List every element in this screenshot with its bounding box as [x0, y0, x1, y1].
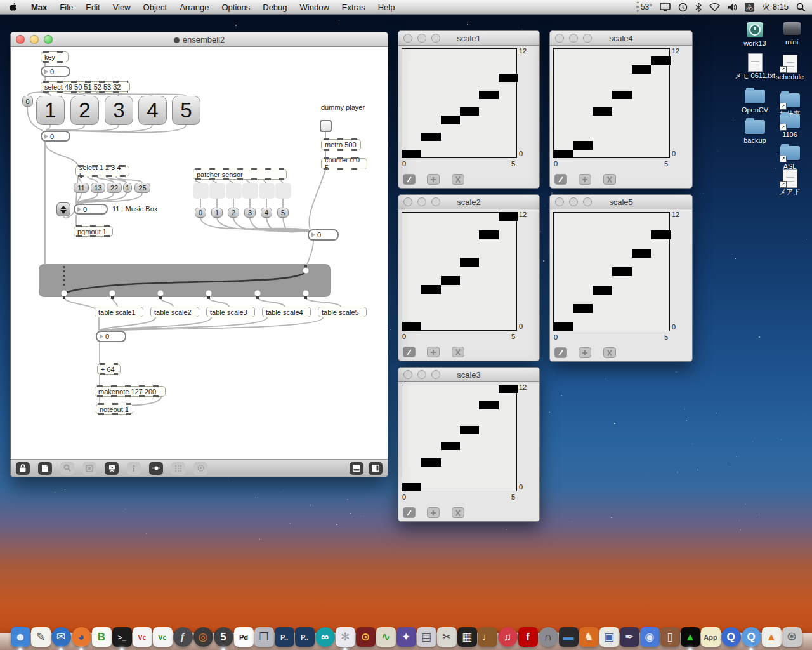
- zero-message[interactable]: 0: [22, 96, 33, 107]
- program-message-25[interactable]: 25: [134, 183, 150, 193]
- pencil-tool-button[interactable]: [403, 347, 416, 357]
- vnc-viewer-2-icon[interactable]: Vc: [153, 627, 173, 647]
- flash-icon[interactable]: f: [518, 627, 538, 647]
- new-object-icon[interactable]: [38, 462, 52, 475]
- trash-icon[interactable]: ♼: [782, 627, 802, 647]
- select-scenes-object[interactable]: select 1 2 3 4 5: [75, 166, 129, 176]
- routing-switch-object[interactable]: [39, 264, 331, 297]
- desktop-icon-10[interactable]: ↗メアド: [769, 169, 810, 196]
- add-point-button[interactable]: [579, 174, 591, 185]
- desktop-icon-2[interactable]: mini: [771, 20, 812, 46]
- menu-view[interactable]: View: [107, 0, 137, 14]
- select-keys-object[interactable]: select 49 50 51 52 53 32: [41, 81, 130, 92]
- select-tool-button[interactable]: [452, 174, 464, 185]
- table-editor-canvas[interactable]: [402, 385, 517, 491]
- table-bar[interactable]: [441, 442, 460, 450]
- menu-options[interactable]: Options: [215, 0, 256, 14]
- scene-button-4[interactable]: 4: [138, 96, 167, 125]
- table-scale4-object[interactable]: table scale4: [262, 307, 311, 317]
- sensor-message-0[interactable]: 0: [195, 208, 206, 218]
- sensor-bang-0[interactable]: [194, 184, 207, 197]
- table-bar[interactable]: [499, 74, 518, 82]
- table-bar[interactable]: [593, 286, 612, 295]
- scale-title-bar[interactable]: scale3: [398, 368, 539, 382]
- photos-app-icon[interactable]: ▣: [599, 627, 619, 647]
- camouflage-app-icon[interactable]: ◎: [193, 627, 213, 647]
- table-editor-canvas[interactable]: [402, 48, 517, 158]
- presentation-mode-icon[interactable]: [105, 462, 119, 475]
- program-message-13[interactable]: 13: [91, 183, 105, 193]
- firefox-icon[interactable]: ◕: [72, 627, 91, 647]
- pgmout-object[interactable]: pgmout 1: [74, 226, 113, 237]
- table-scale5-object[interactable]: table scale5: [318, 307, 367, 317]
- table-bar[interactable]: [402, 150, 421, 158]
- pencil-tool-button[interactable]: [554, 174, 567, 185]
- windmill-app-icon[interactable]: ✻: [336, 627, 355, 647]
- program-message-1[interactable]: 1: [123, 183, 132, 193]
- grid-icon[interactable]: [171, 462, 185, 475]
- counter-object[interactable]: counter 0 0 5: [321, 158, 367, 169]
- scale-title-bar[interactable]: scale4: [550, 31, 692, 46]
- volume-icon[interactable]: [728, 3, 737, 11]
- table-bar[interactable]: [460, 107, 479, 116]
- menu-edit[interactable]: Edit: [79, 0, 106, 14]
- table-bar[interactable]: [593, 107, 612, 116]
- table-scale1-object[interactable]: table scale1: [95, 307, 143, 317]
- gauge-app-icon[interactable]: ⊙: [356, 627, 376, 647]
- sensor-message-5[interactable]: 5: [277, 208, 289, 218]
- table-bar[interactable]: [421, 133, 440, 141]
- spectrum-analyzer-icon[interactable]: ▲: [681, 627, 700, 647]
- fox-app-icon[interactable]: ♞: [579, 627, 599, 647]
- plus-object[interactable]: + 64: [97, 364, 121, 375]
- table-bar[interactable]: [612, 91, 632, 99]
- pencil-tool-button[interactable]: [554, 347, 567, 358]
- scene-button-2[interactable]: 2: [70, 96, 99, 125]
- clip-app-icon[interactable]: ✂: [437, 627, 457, 647]
- table-bar[interactable]: [499, 212, 518, 221]
- display-icon[interactable]: [660, 3, 671, 11]
- noteout-object[interactable]: noteout 1: [96, 404, 133, 415]
- table-bar[interactable]: [479, 401, 498, 409]
- sensor-message-1[interactable]: 1: [211, 208, 223, 218]
- apple-menu[interactable]: [0, 0, 25, 14]
- key-number-box[interactable]: 0: [41, 66, 70, 77]
- midi-keyboard-app-icon[interactable]: ▦: [457, 627, 477, 647]
- processing-icon[interactable]: P..: [275, 627, 294, 647]
- scene-button-1[interactable]: 1: [36, 96, 65, 125]
- table-bar[interactable]: [499, 385, 518, 393]
- delete-icon[interactable]: [82, 462, 96, 475]
- garageband-icon[interactable]: ♩: [478, 627, 497, 647]
- time-machine-icon[interactable]: [678, 3, 688, 12]
- cube-app-icon[interactable]: ❒: [254, 627, 274, 647]
- menu-help[interactable]: Help: [372, 0, 402, 14]
- add-point-button[interactable]: [427, 174, 440, 185]
- program-message-22[interactable]: 22: [107, 183, 122, 193]
- settings-dial-icon[interactable]: [193, 462, 207, 475]
- table-bar[interactable]: [402, 483, 421, 491]
- table-bar[interactable]: [441, 276, 460, 285]
- table-bar[interactable]: [612, 267, 632, 276]
- lock-icon[interactable]: [16, 462, 30, 475]
- desktop-icon-9[interactable]: ↗ASL: [769, 144, 810, 170]
- makenote-object[interactable]: makenote 127 200: [95, 386, 166, 397]
- table-bar[interactable]: [554, 322, 573, 331]
- table-bar[interactable]: [651, 230, 671, 239]
- sensor-message-2[interactable]: 2: [228, 208, 239, 218]
- increment-arrow-icon[interactable]: [60, 206, 67, 209]
- table-bar[interactable]: [573, 141, 593, 149]
- table-bar[interactable]: [421, 285, 440, 294]
- pencil-tool-button[interactable]: [403, 174, 416, 185]
- note-number-box[interactable]: 0: [96, 331, 126, 342]
- max-5-icon[interactable]: 5: [214, 627, 233, 647]
- patcher-sensor-object[interactable]: patcher sensor: [193, 169, 287, 180]
- step-number-box[interactable]: 0: [308, 229, 339, 241]
- app-note-icon[interactable]: App: [701, 627, 721, 647]
- wand-app-icon[interactable]: ✦: [396, 627, 416, 647]
- itunes-icon[interactable]: ♫: [498, 627, 518, 647]
- desktop-icon-8[interactable]: ↗1106: [769, 112, 810, 138]
- zoom-tool-icon[interactable]: [60, 462, 74, 475]
- finder-icon[interactable]: ☻: [11, 627, 30, 647]
- scene-button-5[interactable]: 5: [172, 96, 200, 125]
- blue-rings-app-icon[interactable]: ◉: [640, 627, 660, 647]
- table-editor-canvas[interactable]: [402, 212, 517, 331]
